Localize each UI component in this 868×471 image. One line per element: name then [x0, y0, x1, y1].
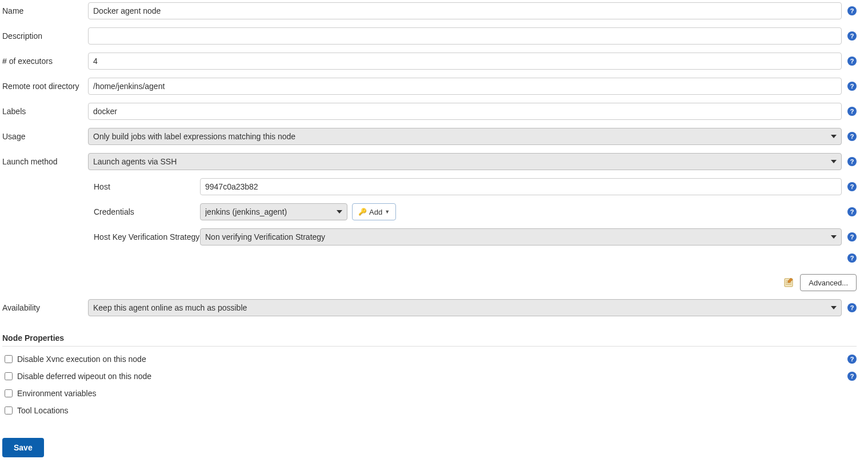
- row-executors: # of executors ?: [2, 53, 857, 70]
- checkbox-label[interactable]: Tool Locations: [17, 406, 69, 415]
- row-extra-help: ?: [88, 253, 857, 263]
- label-host: Host: [88, 182, 200, 191]
- help-icon[interactable]: ?: [847, 6, 857, 15]
- row-host: Host ?: [88, 178, 857, 195]
- help-icon[interactable]: ?: [847, 303, 857, 312]
- checkbox-label[interactable]: Disable Xvnc execution on this node: [17, 355, 146, 364]
- host-key-select[interactable]: Non verifying Verification Strategy: [200, 228, 842, 245]
- help-icon[interactable]: ?: [847, 31, 857, 41]
- label-labels: Labels: [2, 103, 88, 116]
- label-executors: # of executors: [2, 53, 88, 66]
- label-usage: Usage: [2, 128, 88, 141]
- ssh-config-block: Host ? Credentials jenkins (jenkins_agen…: [88, 178, 857, 291]
- row-launch-method: Launch method Launch agents via SSH ?: [2, 153, 857, 170]
- help-icon[interactable]: ?: [847, 355, 857, 364]
- row-labels: Labels ?: [2, 103, 857, 120]
- executors-input[interactable]: [88, 53, 842, 70]
- label-launch-method: Launch method: [2, 153, 88, 166]
- add-credentials-button[interactable]: 🔑 Add ▼: [352, 203, 396, 220]
- row-usage: Usage Only build jobs with label express…: [2, 128, 857, 145]
- checkbox-disable-xvnc[interactable]: [5, 355, 13, 363]
- remote-root-input[interactable]: [88, 78, 842, 95]
- checkbox-label[interactable]: Environment variables: [17, 389, 97, 398]
- help-icon[interactable]: ?: [847, 372, 857, 381]
- labels-input[interactable]: [88, 103, 842, 120]
- availability-select[interactable]: Keep this agent online as much as possib…: [88, 299, 842, 316]
- checkbox-env-vars[interactable]: [5, 389, 13, 397]
- help-icon[interactable]: ?: [847, 157, 857, 166]
- row-availability: Availability Keep this agent online as m…: [2, 299, 857, 316]
- row-name: Name ?: [2, 2, 857, 19]
- label-host-key: Host Key Verification Strategy: [88, 232, 200, 241]
- save-button[interactable]: Save: [2, 438, 44, 457]
- label-description: Description: [2, 27, 88, 41]
- name-input[interactable]: [88, 2, 842, 19]
- label-remote-root: Remote root directory: [2, 78, 88, 91]
- row-credentials: Credentials jenkins (jenkins_agent) 🔑 Ad…: [88, 203, 857, 220]
- help-icon[interactable]: ?: [847, 132, 857, 141]
- checkbox-disable-wipeout[interactable]: [5, 372, 13, 380]
- help-icon[interactable]: ?: [847, 82, 857, 91]
- checkbox-row-disable-wipeout: Disable deferred wipeout on this node ?: [2, 371, 857, 382]
- help-icon[interactable]: ?: [847, 107, 857, 116]
- caret-down-icon: ▼: [385, 209, 390, 215]
- node-properties-title: Node Properties: [2, 333, 857, 343]
- launch-method-select[interactable]: Launch agents via SSH: [88, 153, 842, 170]
- add-label: Add: [369, 208, 382, 216]
- advanced-button[interactable]: Advanced...: [800, 274, 857, 291]
- host-input[interactable]: [200, 178, 842, 195]
- key-icon: 🔑: [358, 208, 367, 216]
- help-icon[interactable]: ?: [847, 57, 857, 66]
- label-availability: Availability: [2, 299, 88, 312]
- label-credentials: Credentials: [88, 207, 200, 216]
- checkbox-row-env-vars: Environment variables: [2, 388, 857, 399]
- row-host-key: Host Key Verification Strategy Non verif…: [88, 228, 857, 245]
- help-icon[interactable]: ?: [847, 232, 857, 241]
- usage-select[interactable]: Only build jobs with label expressions m…: [88, 128, 842, 145]
- notebook-icon: [783, 277, 794, 288]
- checkbox-row-disable-xvnc: Disable Xvnc execution on this node ?: [2, 353, 857, 365]
- credentials-select[interactable]: jenkins (jenkins_agent): [200, 203, 347, 220]
- description-input[interactable]: [88, 27, 842, 45]
- help-icon[interactable]: ?: [847, 207, 857, 216]
- row-remote-root: Remote root directory ?: [2, 78, 857, 95]
- row-advanced: Advanced...: [88, 274, 857, 291]
- section-divider: [2, 346, 857, 347]
- checkbox-label[interactable]: Disable deferred wipeout on this node: [17, 372, 151, 381]
- checkbox-tool-locations[interactable]: [5, 406, 13, 414]
- help-icon[interactable]: ?: [847, 253, 857, 263]
- help-icon[interactable]: ?: [847, 182, 857, 191]
- checkbox-row-tool-locations: Tool Locations: [2, 405, 857, 416]
- row-description: Description ?: [2, 27, 857, 45]
- label-name: Name: [2, 2, 88, 15]
